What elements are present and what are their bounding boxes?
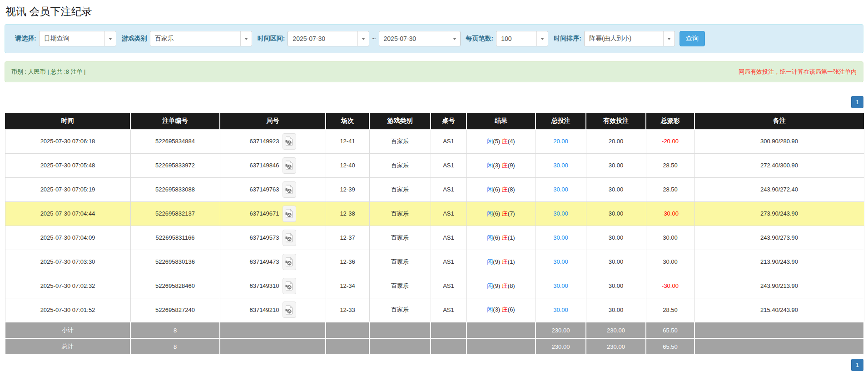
video-replay-button[interactable] (283, 278, 296, 294)
page-1-button[interactable]: 1 (851, 359, 863, 371)
page-size-select[interactable]: 100 (496, 31, 548, 46)
video-replay-button[interactable] (283, 157, 296, 174)
cell-total-bet: 30.00 (536, 250, 586, 274)
date-from-select[interactable]: 2025-07-30 (288, 31, 369, 46)
video-replay-button[interactable] (283, 230, 296, 246)
pagination-top: 1 (5, 96, 863, 108)
cell-round-id: 637149763 (220, 177, 326, 201)
cell-time: 2025-07-30 07:02:32 (5, 274, 130, 298)
column-header: 结果 (466, 113, 536, 129)
film-file-icon (285, 136, 293, 146)
cell-round-id: 637149310 (220, 274, 326, 298)
cell-remark: 215.40/243.90 (694, 298, 864, 322)
date-to-select[interactable]: 2025-07-30 (379, 31, 461, 46)
cell-result: 闲(6) 庄(7) (466, 201, 536, 226)
footer-empty-cell (466, 338, 536, 355)
footer-empty-cell (369, 338, 431, 355)
cell-remark: 213.90/243.90 (694, 250, 864, 274)
table-row: 2025-07-30 07:02:32522695828460637149310… (5, 274, 864, 298)
table-row: 2025-07-30 07:06:18522695834884637149923… (5, 129, 864, 153)
footer-empty-cell (431, 322, 466, 338)
column-header: 总投注 (536, 113, 586, 129)
cell-valid-bet: 20.00 (586, 129, 646, 153)
game-category-select[interactable]: 百家乐 (150, 31, 252, 46)
cell-bet-id: 522695831166 (130, 226, 220, 250)
result-player-value: (6) (493, 210, 500, 217)
cell-round-id: 637149923 (220, 129, 326, 153)
footer-empty-cell (466, 322, 536, 338)
result-banker-value: (9) (508, 162, 515, 169)
page-1-button[interactable]: 1 (851, 96, 863, 108)
column-header: 桌号 (431, 113, 466, 129)
cell-game-category: 百家乐 (369, 153, 431, 177)
table-row: 2025-07-30 07:01:52522695827240637149210… (5, 298, 864, 322)
table-header-row: 时间注单编号局号场次游戏类别桌号结果总投注有效投注总派彩备注 (5, 113, 864, 129)
game-category-value: 百家乐 (150, 35, 240, 43)
video-replay-button[interactable] (283, 206, 296, 222)
cell-result: 闲(9) 庄(8) (466, 274, 536, 298)
query-type-select[interactable]: 日期查询 (39, 31, 116, 46)
page-size-label: 每页笔数: (466, 35, 494, 43)
video-replay-button[interactable] (283, 302, 296, 318)
cell-bet-id: 522695828460 (130, 274, 220, 298)
result-player-value: (3) (493, 162, 500, 169)
film-file-icon (285, 233, 293, 242)
footer-empty-cell (369, 322, 431, 338)
search-button[interactable]: 查询 (680, 31, 705, 46)
cell-round-id: 637149210 (220, 298, 326, 322)
video-replay-button[interactable] (283, 133, 296, 150)
cell-bet-id: 522695833088 (130, 177, 220, 201)
table-row: 2025-07-30 07:05:48522695833972637149846… (5, 153, 864, 177)
cell-bet-id: 522695830136 (130, 250, 220, 274)
result-player-value: (6) (493, 186, 500, 193)
round-id-text: 637149763 (249, 186, 279, 193)
footer-label: 总计 (5, 338, 130, 355)
filter-panel: 请选择: 日期查询 游戏类别 百家乐 时间区间: 2025-07-30 ~ 20… (5, 24, 863, 53)
cell-session: 12-40 (326, 153, 369, 177)
cell-remark: 243.90/213.90 (694, 274, 864, 298)
cell-result: 闲(9) 庄(1) (466, 250, 536, 274)
cell-payout: 30.00 (646, 226, 694, 250)
cell-game-category: 百家乐 (369, 250, 431, 274)
film-file-icon (285, 257, 293, 266)
cell-time: 2025-07-30 07:03:30 (5, 250, 130, 274)
film-file-icon (285, 185, 293, 194)
cell-bet-id: 522695834884 (130, 129, 220, 153)
cell-game-category: 百家乐 (369, 129, 431, 153)
footer-total-bet: 230.00 (536, 322, 586, 338)
summary-currency-text: 币别 : 人民币 | 总共 :8 注单 | (11, 68, 86, 76)
video-replay-button[interactable] (283, 254, 296, 270)
result-banker-value: (6) (508, 306, 515, 313)
cell-table-no: AS1 (431, 274, 466, 298)
cell-table-no: AS1 (431, 153, 466, 177)
time-sort-select[interactable]: 降幂(由大到小) (584, 31, 675, 46)
game-category-label: 游戏类别 (122, 35, 147, 43)
cell-table-no: AS1 (431, 250, 466, 274)
result-player-label: 闲 (487, 138, 493, 145)
cell-remark: 243.90/273.90 (694, 226, 864, 250)
footer-payout: 65.50 (646, 322, 694, 338)
cell-total-bet: 30.00 (536, 153, 586, 177)
date-range-separator: ~ (372, 35, 376, 42)
chevron-down-icon (104, 31, 116, 46)
cell-valid-bet: 30.00 (586, 177, 646, 201)
table-row: 2025-07-30 07:05:19522695833088637149763… (5, 177, 864, 201)
video-replay-button[interactable] (283, 181, 296, 198)
summary-notice-text: 同局有效投注，统一计算在该局第一张注单内 (739, 68, 857, 76)
result-player-value: (6) (493, 234, 500, 241)
chevron-down-icon (663, 31, 675, 46)
chevron-down-icon (536, 31, 548, 46)
cell-remark: 273.90/243.90 (694, 201, 864, 226)
result-banker-value: (1) (508, 234, 515, 241)
cell-total-bet: 30.00 (536, 274, 586, 298)
cell-round-id: 637149846 (220, 153, 326, 177)
result-player-label: 闲 (487, 234, 493, 241)
result-player-value: (3) (493, 306, 500, 313)
result-banker-label: 庄 (502, 234, 508, 241)
page-size-value: 100 (496, 35, 536, 42)
cell-valid-bet: 30.00 (586, 226, 646, 250)
cell-time: 2025-07-30 07:05:48 (5, 153, 130, 177)
table-row: 2025-07-30 07:04:44522695832137637149671… (5, 201, 864, 226)
chevron-down-icon (357, 31, 369, 46)
cell-valid-bet: 30.00 (586, 250, 646, 274)
